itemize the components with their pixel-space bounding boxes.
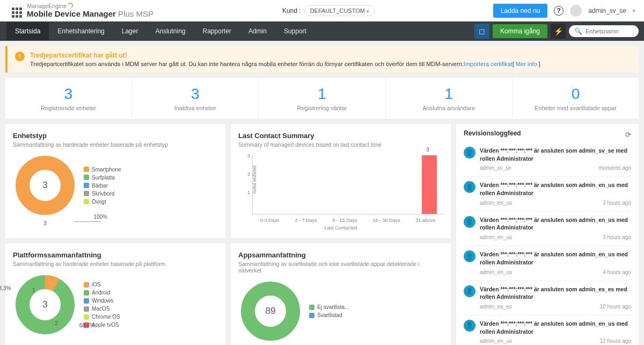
card-device-type: Enhetstyp Sammanfattning av hanterade en… [5, 124, 225, 238]
stat-pending[interactable]: 1Registrering väntar [259, 78, 385, 119]
card-title: Appsammanfattning [238, 251, 443, 259]
alert-icon: ! [15, 52, 25, 61]
stats-row: 3Registrerade enheter 3Inaktiva enheter … [5, 78, 639, 119]
platform-donut: 3 33.3% 66.7% 1 2 [13, 272, 77, 337]
get-started-button[interactable]: Komma igång [493, 24, 547, 38]
device-type-donut: 3 3 100% [13, 153, 77, 218]
stat-inactive[interactable]: 3Inaktiva enheter [132, 78, 259, 119]
user-icon: 👤 [464, 320, 475, 332]
card-title: Last Contact Summary [238, 132, 443, 140]
apps-donut: 89 89 100% [238, 279, 303, 343]
legend-color-icon [309, 313, 314, 318]
search-icon: 🔍 [574, 27, 582, 35]
legend-item[interactable]: Skrivbord [84, 191, 121, 197]
feed-item[interactable]: 👤Värden ***:***:***:*** är ansluten som … [464, 281, 631, 315]
nav-admin[interactable]: Admin [240, 22, 275, 40]
avatar[interactable] [570, 5, 582, 17]
user-icon: 👤 [464, 216, 475, 228]
card-sub: Sammanfattning av svartlistade och icke … [238, 261, 443, 274]
legend-item[interactable]: MacOS [84, 306, 120, 312]
legend-item[interactable]: Windows [84, 298, 120, 304]
user-chevron-icon[interactable]: ▾ [633, 8, 635, 13]
kund-label: Kund : [282, 7, 301, 15]
alert-title: Tredjepartscertifikat har gått ut! [30, 52, 540, 59]
apps-grid-icon[interactable] [9, 4, 21, 17]
legend-item[interactable]: Android [84, 290, 120, 296]
legend-color-icon [84, 167, 89, 172]
legend-color-icon [84, 183, 89, 188]
brand-suffix: Plus MSP [118, 9, 153, 18]
download-button[interactable]: Ladda ned nu [493, 4, 547, 18]
legend-item[interactable]: iOS [84, 282, 120, 288]
bar-31-above [422, 155, 437, 214]
search-box: 🔍 [569, 25, 639, 37]
x-axis-labels: 0-3 Days4 - 7 Days8 - 15 Days16 - 30 Day… [252, 218, 443, 223]
card-title: Enhetstyp [13, 132, 218, 140]
legend-item[interactable]: Smartphone [84, 167, 121, 172]
header: ManageEngine Mobile Device Manager Plus … [0, 0, 644, 21]
legend-item[interactable]: Övrigt [84, 199, 121, 205]
logo-arc-icon [68, 3, 73, 8]
feed-title: Revisionsloggfeed [464, 130, 631, 137]
brand-company: ManageEngine [27, 3, 67, 9]
card-last-contact: Last Contact Summary Summary of managed … [231, 124, 451, 238]
brand-product: Mobile Device Manager [27, 9, 116, 18]
feed-item[interactable]: 👤Värden ***:***:***:*** är ansluten som … [464, 212, 631, 246]
feed-item[interactable]: 👤Värden ***:***:***:*** är ansluten som … [464, 315, 631, 345]
search-input[interactable] [586, 28, 634, 34]
legend-color-icon [84, 282, 89, 288]
legend-item[interactable]: Surfplatta [84, 175, 121, 181]
audit-feed: Revisionsloggfeed ⟳ 👤Värden ***:***:***:… [456, 124, 639, 345]
legend-apps: Ej svartlista...Svartlistad [309, 304, 349, 318]
feed-item[interactable]: 👤Värden ***:***:***:*** är ansluten som … [464, 177, 631, 211]
user-name: admin_sv_se [588, 7, 626, 15]
legend-color-icon [84, 306, 89, 312]
card-sub: Sammanfattning av hanterade enheter base… [13, 141, 218, 148]
feed-item[interactable]: 👤Värden ***:***:***:*** är ansluten som … [464, 142, 631, 177]
legend-color-icon [84, 175, 89, 180]
kund-dropdown[interactable]: DEFAULT_CUSTOM ▾ [304, 5, 375, 16]
stat-registered[interactable]: 3Registrerade enheter [5, 78, 132, 119]
card-sub: Summary of managed devices based on last… [238, 141, 443, 148]
brand: ManageEngine Mobile Device Manager Plus … [27, 3, 153, 18]
nav-startsida[interactable]: Startsida [6, 22, 49, 40]
help-icon[interactable]: ? [554, 6, 564, 16]
legend-item[interactable]: Bärbar [84, 183, 121, 189]
card-title: Plattformssammanfattning [13, 251, 218, 259]
legend-platform: iOSAndroidWindowsMacOSChrome OSApple tvO… [84, 282, 120, 328]
nav-rapporter[interactable]: Rapporter [194, 22, 240, 40]
alert-link-more[interactable]: Mer info [516, 61, 537, 67]
nav-bar: Startsida Enhetshantering Lager Anslutni… [0, 21, 644, 41]
legend-color-icon [309, 305, 314, 310]
card-platform: Plattformssammanfattning Sammanfattning … [5, 243, 225, 345]
legend-item[interactable]: Chrome OS [84, 314, 120, 320]
legend-color-icon [84, 298, 89, 304]
card-sub: Sammanfattning av hanterade enheter base… [13, 261, 218, 267]
user-icon: 👤 [464, 181, 475, 193]
stat-users[interactable]: 1Anslutna användare [386, 78, 513, 119]
stat-blacklisted[interactable]: 0Enheter med svartlistade appar [513, 78, 639, 119]
refresh-icon[interactable]: ⟳ [625, 131, 631, 139]
legend-color-icon [84, 314, 89, 320]
card-apps: Appsammanfattning Sammanfattning av svar… [231, 243, 451, 345]
legend-color-icon [84, 191, 89, 196]
nav-lager[interactable]: Lager [113, 22, 147, 40]
alert-link-import[interactable]: Importera certifikat [464, 61, 513, 67]
legend-item[interactable]: Svartlistad [309, 312, 349, 318]
user-icon: 👤 [464, 147, 475, 159]
chevron-down-icon: ▾ [367, 9, 369, 14]
remote-icon[interactable]: ◻ [474, 24, 489, 39]
legend-device-type: SmartphoneSurfplattaBärbarSkrivbordÖvrig… [84, 167, 121, 205]
bolt-icon[interactable]: ⚡ [551, 24, 566, 39]
customer-selector: Kund : DEFAULT_CUSTOM ▾ [282, 5, 375, 16]
legend-item[interactable]: Ej svartlista... [309, 304, 349, 310]
legend-color-icon [84, 199, 89, 204]
nav-enhetshantering[interactable]: Enhetshantering [49, 22, 113, 40]
nav-anslutning[interactable]: Anslutning [147, 22, 194, 40]
feed-item[interactable]: 👤Värden ***:***:***:*** är ansluten som … [464, 246, 631, 281]
alert-banner: ! Tredjepartscertifikat har gått ut! Tre… [5, 46, 639, 73]
user-icon: 👤 [464, 250, 475, 262]
nav-support[interactable]: Support [275, 22, 315, 40]
bar-chart: Antal enheter 321 3 [252, 155, 443, 214]
user-icon: 👤 [464, 285, 475, 297]
